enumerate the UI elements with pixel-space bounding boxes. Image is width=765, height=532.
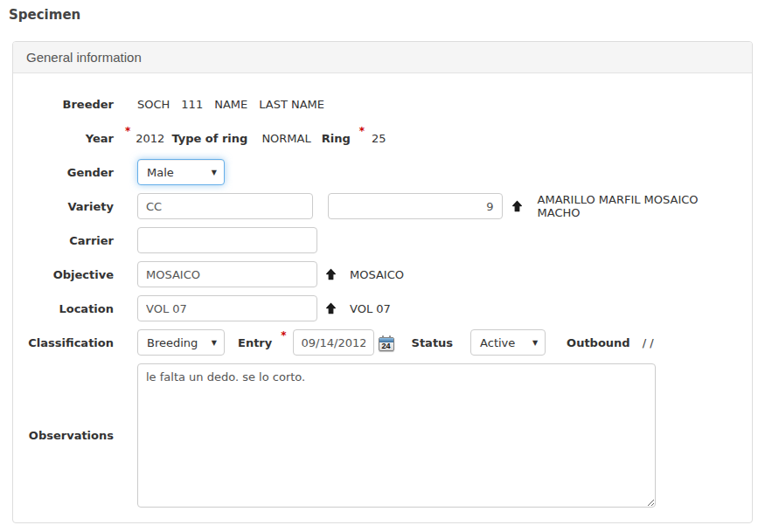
page-title: Specimen [9,7,756,23]
classification-row: Classification Breeding ▼ Entry * 24 [26,329,739,356]
status-label: Status [412,336,454,349]
variety-label: Variety [26,200,114,213]
year-value: 2012 [136,132,164,145]
variety-description: AMARILLO MARFIL MOSAICO MACHO [538,193,739,219]
chevron-down-icon: ▼ [212,169,217,176]
breeder-name: NAME [214,98,247,111]
classification-select-value: Breeding [147,336,198,349]
type-of-ring-value: NORMAL [261,132,310,145]
breeder-row: Breeder SOCH 111 NAME LAST NAME [26,91,739,117]
panel-title: General information [26,50,142,65]
general-information-panel: General information Breeder SOCH 111 NAM… [12,41,753,523]
gender-select[interactable]: Male ▼ [137,159,225,185]
breeder-number: 111 [181,98,203,111]
location-input[interactable] [137,295,317,321]
year-ring-row: Year * 2012 Type of ring NORMAL Ring * 2… [26,125,739,151]
observations-label: Observations [26,429,114,442]
entry-date-input[interactable] [293,329,374,356]
objective-description: MOSAICO [350,268,404,281]
breeder-label: Breeder [26,98,114,111]
outbound-label: Outbound [567,336,630,349]
classification-select[interactable]: Breeding ▼ [137,329,225,356]
objective-row: Objective MOSAICO [26,261,739,287]
up-arrow-icon[interactable] [511,200,523,212]
year-label: Year [26,132,114,145]
up-arrow-icon[interactable] [325,302,337,314]
status-select-value: Active [480,336,515,349]
variety-row: Variety AMARILLO MARFIL MOSAICO MACHO [26,193,739,219]
classification-label: Classification [26,336,114,349]
breeder-code: SOCH [137,98,170,111]
outbound-value: / / [643,336,654,349]
variety-number-input[interactable] [328,193,503,219]
gender-row: Gender Male ▼ [26,159,739,185]
carrier-label: Carrier [26,234,114,247]
gender-select-value: Male [147,166,174,179]
entry-label: Entry [238,336,272,349]
location-description: VOL 07 [350,302,391,315]
up-arrow-icon[interactable] [325,268,337,280]
breeder-last-name: LAST NAME [259,98,324,111]
entry-required-mark: * [281,329,286,342]
observations-textarea[interactable]: le falta un dedo. se lo corto. [137,363,656,508]
objective-input[interactable] [137,261,317,287]
location-label: Location [26,302,114,315]
calendar-day-number: 24 [379,342,393,351]
variety-code-input[interactable] [137,193,313,219]
gender-label: Gender [26,166,114,179]
type-of-ring-label: Type of ring [171,132,247,145]
chevron-down-icon: ▼ [532,339,538,347]
ring-value: 25 [372,132,386,145]
carrier-input[interactable] [137,227,317,253]
status-select[interactable]: Active ▼ [470,329,546,356]
carrier-row: Carrier [26,227,739,253]
location-row: Location VOL 07 [26,295,739,321]
objective-label: Objective [26,268,114,281]
panel-body: Breeder SOCH 111 NAME LAST NAME Year * 2… [13,73,752,522]
ring-required-mark: * [359,125,365,137]
observations-row: Observations le falta un dedo. se lo cor… [26,363,739,508]
year-required-mark: * [125,125,130,137]
panel-heading: General information [13,42,752,73]
calendar-icon[interactable]: 24 [379,337,394,351]
ring-label: Ring [322,132,351,145]
specimen-page: Specimen General information Breeder SOC… [0,0,765,530]
chevron-down-icon: ▼ [212,339,217,347]
